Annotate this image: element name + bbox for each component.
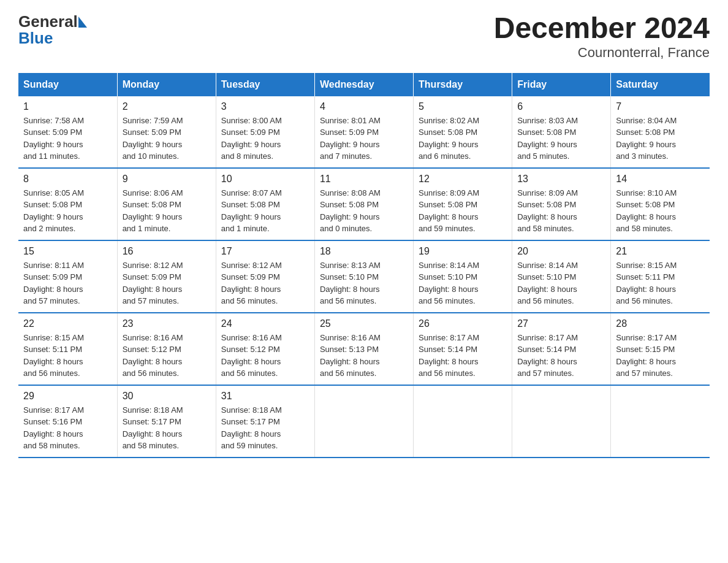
day-info: Sunrise: 8:18 AMSunset: 5:17 PMDaylight:… [221,404,309,452]
day-number: 3 [221,101,309,112]
day-number: 19 [419,246,507,257]
calendar-row: 1Sunrise: 7:58 AMSunset: 5:09 PMDaylight… [18,96,710,168]
day-info: Sunrise: 8:16 AMSunset: 5:12 PMDaylight:… [221,332,309,380]
day-info: Sunrise: 8:08 AMSunset: 5:08 PMDaylight:… [320,187,408,235]
col-tuesday: Tuesday [216,73,314,96]
page-header: General Blue December 2024 Cournonterral… [18,12,710,61]
day-number: 2 [123,101,211,112]
table-row: 30Sunrise: 8:18 AMSunset: 5:17 PMDayligh… [117,385,216,458]
day-info: Sunrise: 8:15 AMSunset: 5:11 PMDaylight:… [616,259,705,307]
logo: General Blue [18,12,87,48]
day-info: Sunrise: 8:18 AMSunset: 5:17 PMDaylight:… [123,404,211,452]
calendar-row: 8Sunrise: 8:05 AMSunset: 5:08 PMDaylight… [18,168,710,240]
day-info: Sunrise: 8:10 AMSunset: 5:08 PMDaylight:… [616,187,705,235]
table-row: 23Sunrise: 8:16 AMSunset: 5:12 PMDayligh… [117,313,216,385]
day-number: 1 [23,101,112,112]
day-number: 21 [616,246,705,257]
table-row: 22Sunrise: 8:15 AMSunset: 5:11 PMDayligh… [18,313,117,385]
day-info: Sunrise: 8:03 AMSunset: 5:08 PMDaylight:… [517,115,605,163]
table-row: 24Sunrise: 8:16 AMSunset: 5:12 PMDayligh… [216,313,314,385]
day-number: 14 [616,174,705,185]
table-row: 2Sunrise: 7:59 AMSunset: 5:09 PMDaylight… [117,96,216,168]
day-info: Sunrise: 7:58 AMSunset: 5:09 PMDaylight:… [23,115,112,163]
day-number: 7 [616,101,705,112]
day-info: Sunrise: 8:17 AMSunset: 5:14 PMDaylight:… [419,332,507,380]
table-row: 29Sunrise: 8:17 AMSunset: 5:16 PMDayligh… [18,385,117,458]
day-number: 15 [23,246,112,257]
table-row: 7Sunrise: 8:04 AMSunset: 5:08 PMDaylight… [611,96,710,168]
table-row: 4Sunrise: 8:01 AMSunset: 5:09 PMDaylight… [314,96,413,168]
day-number: 13 [517,174,605,185]
table-row: 3Sunrise: 8:00 AMSunset: 5:09 PMDaylight… [216,96,314,168]
col-wednesday: Wednesday [314,73,413,96]
day-info: Sunrise: 8:09 AMSunset: 5:08 PMDaylight:… [419,187,507,235]
logo-arrow-icon [78,17,87,28]
calendar-table: Sunday Monday Tuesday Wednesday Thursday… [18,73,710,458]
day-info: Sunrise: 8:07 AMSunset: 5:08 PMDaylight:… [221,187,309,235]
table-row: 18Sunrise: 8:13 AMSunset: 5:10 PMDayligh… [314,240,413,313]
day-info: Sunrise: 8:16 AMSunset: 5:12 PMDaylight:… [123,332,211,380]
logo-blue: Blue [18,29,53,48]
day-number: 10 [221,174,309,185]
day-number: 30 [123,391,211,402]
calendar-row: 22Sunrise: 8:15 AMSunset: 5:11 PMDayligh… [18,313,710,385]
day-info: Sunrise: 8:02 AMSunset: 5:08 PMDaylight:… [419,115,507,163]
day-info: Sunrise: 8:16 AMSunset: 5:13 PMDaylight:… [320,332,408,380]
day-number: 5 [419,101,507,112]
page-title: December 2024 [494,12,710,45]
day-number: 16 [123,246,211,257]
table-row [314,385,413,458]
day-number: 4 [320,101,408,112]
table-row: 12Sunrise: 8:09 AMSunset: 5:08 PMDayligh… [414,168,512,240]
day-info: Sunrise: 8:15 AMSunset: 5:11 PMDaylight:… [23,332,112,380]
day-info: Sunrise: 8:14 AMSunset: 5:10 PMDaylight:… [517,259,605,307]
table-row: 19Sunrise: 8:14 AMSunset: 5:10 PMDayligh… [414,240,512,313]
table-row: 14Sunrise: 8:10 AMSunset: 5:08 PMDayligh… [611,168,710,240]
day-number: 8 [23,174,112,185]
col-thursday: Thursday [414,73,512,96]
table-row [414,385,512,458]
day-info: Sunrise: 8:01 AMSunset: 5:09 PMDaylight:… [320,115,408,163]
day-info: Sunrise: 8:12 AMSunset: 5:09 PMDaylight:… [123,259,211,307]
table-row: 31Sunrise: 8:18 AMSunset: 5:17 PMDayligh… [216,385,314,458]
day-info: Sunrise: 8:06 AMSunset: 5:08 PMDaylight:… [123,187,211,235]
table-row: 28Sunrise: 8:17 AMSunset: 5:15 PMDayligh… [611,313,710,385]
day-info: Sunrise: 8:14 AMSunset: 5:10 PMDaylight:… [419,259,507,307]
table-row [512,385,611,458]
day-number: 25 [320,318,408,329]
day-info: Sunrise: 8:17 AMSunset: 5:16 PMDaylight:… [23,404,112,452]
col-sunday: Sunday [18,73,117,96]
day-number: 31 [221,391,309,402]
table-row: 16Sunrise: 8:12 AMSunset: 5:09 PMDayligh… [117,240,216,313]
table-row: 9Sunrise: 8:06 AMSunset: 5:08 PMDaylight… [117,168,216,240]
day-number: 28 [616,318,705,329]
day-number: 11 [320,174,408,185]
col-saturday: Saturday [611,73,710,96]
day-info: Sunrise: 8:11 AMSunset: 5:09 PMDaylight:… [23,259,112,307]
day-number: 17 [221,246,309,257]
table-row: 20Sunrise: 8:14 AMSunset: 5:10 PMDayligh… [512,240,611,313]
table-row: 11Sunrise: 8:08 AMSunset: 5:08 PMDayligh… [314,168,413,240]
calendar-header-row: Sunday Monday Tuesday Wednesday Thursday… [18,73,710,96]
day-info: Sunrise: 8:13 AMSunset: 5:10 PMDaylight:… [320,259,408,307]
day-info: Sunrise: 8:12 AMSunset: 5:09 PMDaylight:… [221,259,309,307]
table-row: 26Sunrise: 8:17 AMSunset: 5:14 PMDayligh… [414,313,512,385]
calendar-row: 15Sunrise: 8:11 AMSunset: 5:09 PMDayligh… [18,240,710,313]
day-number: 6 [517,101,605,112]
day-info: Sunrise: 8:00 AMSunset: 5:09 PMDaylight:… [221,115,309,163]
day-info: Sunrise: 8:05 AMSunset: 5:08 PMDaylight:… [23,187,112,235]
day-number: 18 [320,246,408,257]
calendar-row: 29Sunrise: 8:17 AMSunset: 5:16 PMDayligh… [18,385,710,458]
day-info: Sunrise: 7:59 AMSunset: 5:09 PMDaylight:… [123,115,211,163]
table-row: 10Sunrise: 8:07 AMSunset: 5:08 PMDayligh… [216,168,314,240]
table-row: 1Sunrise: 7:58 AMSunset: 5:09 PMDaylight… [18,96,117,168]
day-number: 22 [23,318,112,329]
day-number: 24 [221,318,309,329]
table-row: 27Sunrise: 8:17 AMSunset: 5:14 PMDayligh… [512,313,611,385]
table-row: 25Sunrise: 8:16 AMSunset: 5:13 PMDayligh… [314,313,413,385]
day-info: Sunrise: 8:04 AMSunset: 5:08 PMDaylight:… [616,115,705,163]
day-number: 9 [123,174,211,185]
table-row: 17Sunrise: 8:12 AMSunset: 5:09 PMDayligh… [216,240,314,313]
col-friday: Friday [512,73,611,96]
day-number: 27 [517,318,605,329]
